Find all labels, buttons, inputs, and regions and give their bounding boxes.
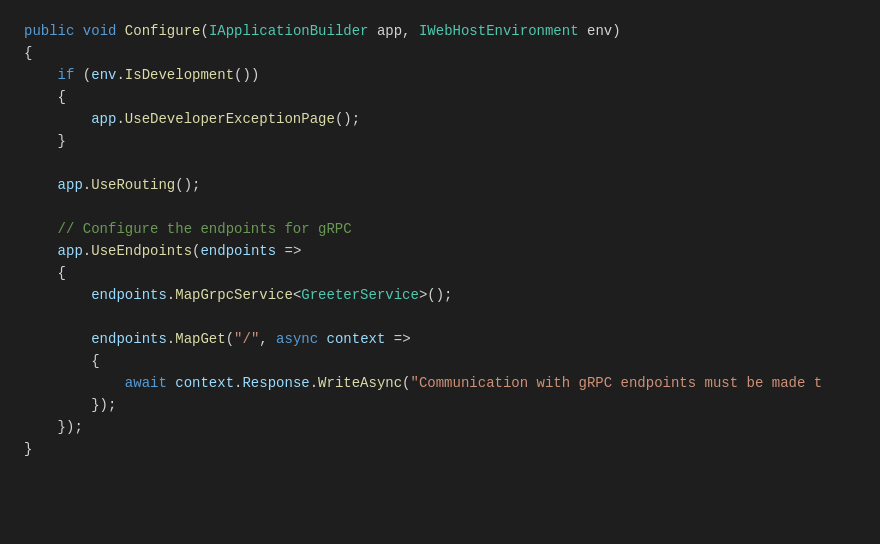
code-line-3: if (env.IsDevelopment()) bbox=[24, 64, 856, 86]
code-line-20: } bbox=[24, 438, 856, 460]
code-line-13: endpoints.MapGrpcService<GreeterService>… bbox=[24, 284, 856, 306]
code-line-7 bbox=[24, 152, 856, 174]
code-line-19: }); bbox=[24, 416, 856, 438]
code-line-18: }); bbox=[24, 394, 856, 416]
code-line-14 bbox=[24, 306, 856, 328]
code-line-15: endpoints.MapGet("/", async context => bbox=[24, 328, 856, 350]
code-editor: public void Configure(IApplicationBuilde… bbox=[0, 0, 880, 544]
code-line-11: app.UseEndpoints(endpoints => bbox=[24, 240, 856, 262]
code-line-17: await context.Response.WriteAsync("Commu… bbox=[24, 372, 856, 394]
code-line-10: // Configure the endpoints for gRPC bbox=[24, 218, 856, 240]
code-line-9 bbox=[24, 196, 856, 218]
code-line-8: app.UseRouting(); bbox=[24, 174, 856, 196]
code-line-12: { bbox=[24, 262, 856, 284]
code-line-4: { bbox=[24, 86, 856, 108]
code-line-2: { bbox=[24, 42, 856, 64]
code-line-1: public void Configure(IApplicationBuilde… bbox=[24, 20, 856, 42]
code-line-16: { bbox=[24, 350, 856, 372]
code-line-6: } bbox=[24, 130, 856, 152]
code-line-5: app.UseDeveloperExceptionPage(); bbox=[24, 108, 856, 130]
